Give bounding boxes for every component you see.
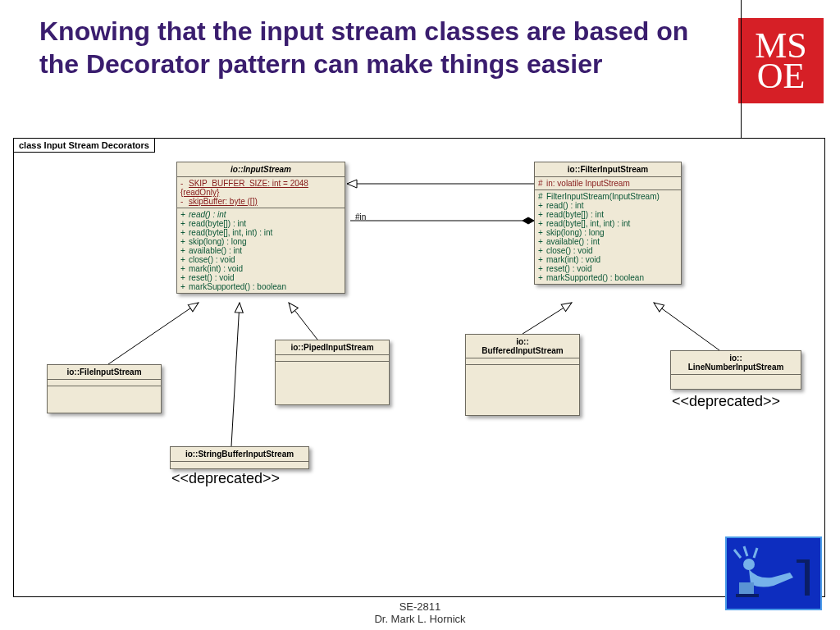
ops: +read() : int +read(byte[]) : int +read(… bbox=[177, 208, 345, 293]
svg-rect-8 bbox=[797, 559, 810, 563]
relax-image bbox=[725, 536, 822, 610]
edge-label-in: #in bbox=[355, 212, 366, 221]
svg-rect-11 bbox=[736, 594, 759, 597]
class-name: io:: BufferedInputStream bbox=[466, 335, 579, 358]
vertical-divider bbox=[741, 0, 742, 138]
class-linenumberinputstream: io:: LineNumberInputStream bbox=[670, 350, 801, 390]
svg-rect-10 bbox=[739, 582, 754, 596]
uml-diagram-frame: class Input Stream Decorators #in io::In… bbox=[13, 138, 825, 597]
class-name: io::InputStream bbox=[177, 162, 345, 177]
svg-line-4 bbox=[289, 303, 317, 340]
logo-row-2: OE bbox=[757, 61, 806, 91]
attrs: -SKIP_BUFFER_SIZE: int = 2048 {readOnly}… bbox=[177, 177, 345, 208]
svg-point-9 bbox=[743, 559, 755, 570]
svg-rect-7 bbox=[805, 559, 810, 596]
svg-line-5 bbox=[523, 303, 572, 334]
class-name: io::StringBufferInputStream bbox=[171, 447, 308, 462]
msoe-logo: MS OE bbox=[738, 18, 824, 103]
diagram-label: class Input Stream Decorators bbox=[13, 138, 155, 153]
class-fileinputstream: io::FileInputStream bbox=[47, 364, 162, 413]
class-stringbufferinputstream: io::StringBufferInputStream bbox=[170, 446, 309, 469]
slide-title: Knowing that the input stream classes ar… bbox=[39, 15, 696, 80]
class-filterinputstream: io::FilterInputStream #in: volatile Inpu… bbox=[534, 162, 682, 285]
class-bufferedinputstream: io:: BufferedInputStream bbox=[465, 334, 580, 416]
deprecated-annotation-2: <<deprecated>> bbox=[672, 393, 780, 410]
deprecated-annotation-1: <<deprecated>> bbox=[171, 470, 280, 487]
course-code: SE-2811 bbox=[0, 600, 840, 613]
class-name: io::FilterInputStream bbox=[535, 162, 681, 177]
class-pipedinputstream: io::PipedInputStream bbox=[275, 340, 390, 405]
slide-footer: SE-2811 Dr. Mark L. Hornick bbox=[0, 600, 840, 625]
class-name: io::FileInputStream bbox=[48, 365, 161, 380]
class-name: io::PipedInputStream bbox=[276, 340, 389, 355]
svg-line-2 bbox=[108, 303, 199, 364]
ops: #FilterInputStream(InputStream) +read() … bbox=[535, 190, 681, 284]
svg-line-6 bbox=[654, 303, 719, 350]
svg-line-3 bbox=[231, 303, 240, 446]
attrs: #in: volatile InputStream bbox=[535, 177, 681, 190]
author-name: Dr. Mark L. Hornick bbox=[0, 613, 840, 625]
class-name: io:: LineNumberInputStream bbox=[671, 351, 801, 375]
class-inputstream: io::InputStream -SKIP_BUFFER_SIZE: int =… bbox=[176, 162, 345, 294]
